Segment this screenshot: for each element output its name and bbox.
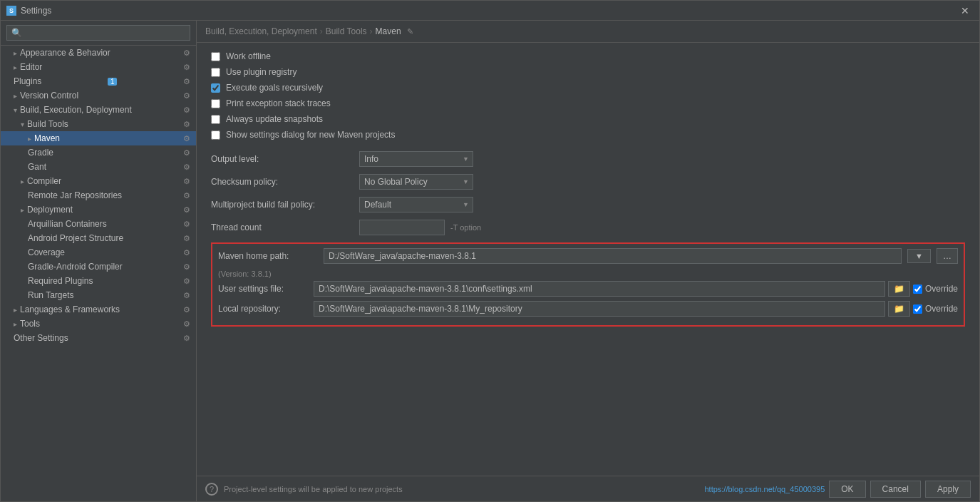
thread-count-row: Thread count -T option — [211, 220, 965, 235]
ok-button[interactable]: OK — [829, 481, 865, 498]
local-repository-override-checkbox[interactable] — [913, 304, 922, 314]
gear-icon: ⚙ — [183, 191, 190, 200]
always-update-checkbox[interactable] — [211, 115, 220, 124]
breadcrumb-part-3: Maven — [376, 26, 401, 36]
arrow-icon: ▸ — [14, 63, 17, 71]
breadcrumb: Build, Execution, Deployment › Build Too… — [197, 21, 979, 43]
sidebar-item-label: Deployment — [27, 205, 73, 215]
sidebar-item-label: Version Control — [20, 91, 78, 101]
user-settings-row: User settings file: 📁 Override — [218, 281, 958, 297]
gear-icon: ⚙ — [183, 305, 190, 314]
sidebar-item-gant[interactable]: Gant ⚙ — [1, 160, 196, 174]
sidebar-item-label: Build Tools — [27, 119, 68, 129]
sidebar-item-gradle[interactable]: Gradle ⚙ — [1, 145, 196, 160]
help-button[interactable]: ? — [205, 483, 218, 496]
sidebar-item-compiler[interactable]: ▸ Compiler ⚙ — [1, 174, 196, 188]
sidebar-item-other-settings[interactable]: Other Settings ⚙ — [1, 331, 196, 345]
search-box — [1, 21, 196, 46]
sidebar-item-build-execution-deployment[interactable]: ▾ Build, Execution, Deployment ⚙ — [1, 103, 196, 117]
checksum-policy-select[interactable]: No Global Policy Warn Fail — [359, 174, 473, 190]
sidebar-item-editor[interactable]: ▸ Editor ⚙ — [1, 60, 196, 74]
sidebar-item-tools[interactable]: ▸ Tools ⚙ — [1, 317, 196, 331]
sidebar-item-appearance-behavior[interactable]: ▸ Appearance & Behavior ⚙ — [1, 46, 196, 60]
search-input[interactable] — [6, 25, 190, 41]
maven-version-text: (Version: 3.8.1) — [218, 268, 958, 281]
sidebar-item-remote-jar-repositories[interactable]: Remote Jar Repositories ⚙ — [1, 188, 196, 203]
output-level-select-wrapper: Info Debug Quiet — [359, 151, 473, 167]
sidebar: ▸ Appearance & Behavior ⚙ ▸ Editor ⚙ Plu… — [1, 21, 197, 501]
output-level-label: Output level: — [211, 154, 354, 164]
arrow-icon: ▾ — [21, 121, 24, 128]
checkbox-show-settings-dialog: Show settings dialog for new Maven proje… — [211, 130, 965, 140]
multiproject-fail-policy-select-wrapper: Default At End Never Fail Fast — [359, 197, 473, 212]
sidebar-item-arquillian-containers[interactable]: Arquillian Containers ⚙ — [1, 217, 196, 231]
sidebar-item-label: Arquillian Containers — [28, 219, 107, 229]
gear-icon: ⚙ — [183, 262, 190, 272]
user-settings-override: Override — [913, 284, 958, 294]
gear-icon: ⚙ — [183, 134, 190, 143]
maven-home-dropdown-button[interactable]: ▼ — [907, 249, 931, 263]
sidebar-item-version-control[interactable]: ▸ Version Control ⚙ — [1, 88, 196, 103]
checkbox-execute-goals-recursively: Execute goals recursively — [211, 83, 965, 93]
local-repository-override-label: Override — [925, 304, 958, 314]
breadcrumb-sep-2: › — [370, 26, 373, 36]
gear-icon: ⚙ — [183, 106, 190, 115]
user-settings-label: User settings file: — [218, 284, 311, 294]
execute-goals-checkbox[interactable] — [211, 83, 220, 93]
arrow-icon: ▸ — [14, 92, 17, 100]
plugins-badge: 1 — [108, 78, 118, 86]
sidebar-item-languages-frameworks[interactable]: ▸ Languages & Frameworks ⚙ — [1, 302, 196, 317]
work-offline-checkbox[interactable] — [211, 52, 220, 61]
checkbox-use-plugin-registry: Use plugin registry — [211, 67, 965, 77]
gear-icon: ⚙ — [183, 234, 190, 243]
gear-icon: ⚙ — [183, 205, 190, 215]
work-offline-label: Work offline — [226, 51, 271, 61]
sidebar-item-gradle-android-compiler[interactable]: Gradle-Android Compiler ⚙ — [1, 260, 196, 274]
apply-button[interactable]: Apply — [925, 481, 971, 498]
close-button[interactable]: ✕ — [956, 4, 974, 18]
use-plugin-registry-checkbox[interactable] — [211, 68, 220, 77]
local-repository-browse-button[interactable]: 📁 — [888, 301, 910, 317]
print-exception-checkbox[interactable] — [211, 99, 220, 108]
user-settings-override-checkbox[interactable] — [913, 285, 922, 294]
sidebar-item-plugins[interactable]: Plugins 1 ⚙ — [1, 74, 196, 88]
sidebar-item-android-project-structure[interactable]: Android Project Structure ⚙ — [1, 231, 196, 245]
print-exception-label: Print exception stack traces — [226, 98, 331, 108]
output-level-select[interactable]: Info Debug Quiet — [359, 151, 473, 167]
gear-icon: ⚙ — [183, 63, 190, 72]
settings-window: S Settings ✕ ▸ Appearance & Behavior ⚙ ▸… — [0, 0, 980, 502]
sidebar-item-maven[interactable]: ▸ Maven ⚙ — [1, 131, 196, 145]
arrow-icon: ▸ — [21, 206, 24, 214]
maven-paths-highlight-box: Maven home path: ▼ … (Version: 3.8.1) Us… — [211, 242, 965, 327]
breadcrumb-edit-icon[interactable]: ✎ — [407, 27, 413, 36]
external-link[interactable]: https://blog.csdn.net/qq_45000395 — [704, 485, 825, 493]
checkbox-print-exception: Print exception stack traces — [211, 98, 965, 108]
maven-home-input[interactable] — [324, 248, 902, 264]
user-settings-input[interactable] — [314, 281, 885, 297]
local-repository-input[interactable] — [314, 301, 885, 317]
window-title: Settings — [21, 6, 51, 16]
sidebar-item-label: Coverage — [28, 247, 65, 257]
user-settings-browse-button[interactable]: 📁 — [888, 281, 910, 297]
maven-home-label: Maven home path: — [218, 251, 318, 261]
content-area: ▸ Appearance & Behavior ⚙ ▸ Editor ⚙ Plu… — [1, 21, 979, 501]
thread-count-label: Thread count — [211, 222, 354, 232]
sidebar-item-build-tools[interactable]: ▾ Build Tools ⚙ — [1, 117, 196, 131]
sidebar-item-coverage[interactable]: Coverage ⚙ — [1, 245, 196, 260]
sidebar-item-label: Other Settings — [14, 333, 68, 343]
local-repository-row: Local repository: 📁 Override — [218, 301, 958, 317]
sidebar-item-label: Required Plugins — [28, 276, 93, 286]
sidebar-item-run-targets[interactable]: Run Targets ⚙ — [1, 288, 196, 302]
show-settings-dialog-checkbox[interactable] — [211, 130, 220, 140]
cancel-button[interactable]: Cancel — [870, 481, 921, 498]
maven-home-browse-button[interactable]: … — [937, 248, 958, 264]
thread-count-input[interactable] — [359, 220, 445, 235]
sidebar-item-label: Gradle-Android Compiler — [28, 262, 123, 272]
sidebar-item-required-plugins[interactable]: Required Plugins ⚙ — [1, 274, 196, 288]
multiproject-fail-policy-select[interactable]: Default At End Never Fail Fast — [359, 197, 473, 212]
sidebar-item-label: Compiler — [27, 176, 61, 186]
sidebar-item-label: Gant — [28, 162, 46, 172]
arrow-icon: ▾ — [14, 106, 17, 114]
bottom-help: ? Project-level settings will be applied… — [205, 483, 403, 496]
sidebar-item-deployment[interactable]: ▸ Deployment ⚙ — [1, 203, 196, 217]
